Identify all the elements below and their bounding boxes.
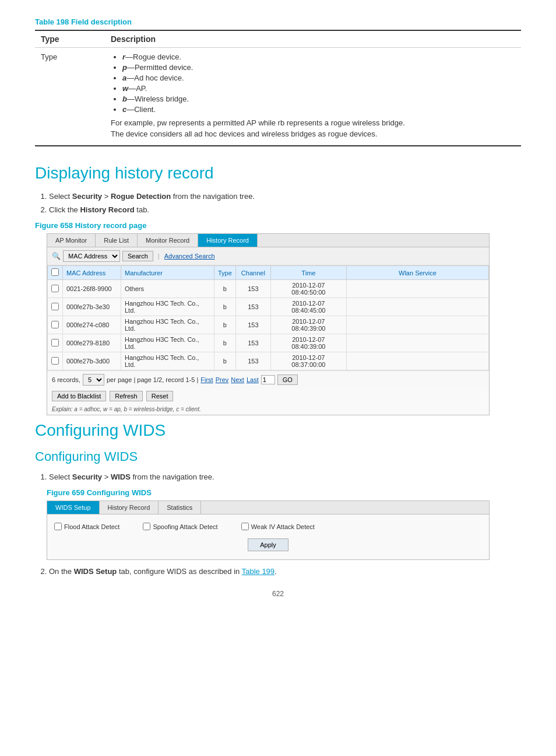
row-checkbox[interactable]: [48, 352, 63, 370]
nav-prev[interactable]: Prev: [216, 376, 229, 383]
row-wlan: [346, 334, 488, 352]
step1-security: Security: [72, 192, 102, 201]
wids-step2-list: On the WIDS Setup tab, configure WIDS as…: [35, 567, 521, 576]
row-type: b: [214, 352, 236, 370]
tab-statistics[interactable]: Statistics: [159, 501, 201, 514]
row-time: 2010-12-07 08:40:45:00: [270, 298, 346, 316]
weak-iv-attack-detect-checkbox[interactable]: [241, 523, 249, 530]
nav-first[interactable]: First: [200, 376, 213, 383]
pagination-bar: 6 records, 5 per page | page 1/2, record…: [47, 370, 489, 388]
wids-step1-wids: WIDS: [111, 473, 131, 481]
table-199-link[interactable]: Table 199: [242, 567, 275, 576]
row-checkbox[interactable]: [48, 298, 63, 316]
wids-checkboxes: Flood Attack Detect Spoofing Attack Dete…: [54, 523, 482, 530]
flood-attack-detect-checkbox[interactable]: [54, 523, 62, 530]
history-step-2: Click the History Record tab.: [49, 205, 521, 214]
table-row: 0021-26f8-9900 Others b 153 2010-12-07 0…: [48, 280, 489, 298]
tab-history-record[interactable]: History Record: [100, 501, 159, 514]
row-wlan: [346, 298, 488, 316]
row-manufacturer: Others: [121, 280, 214, 298]
table-row: Type r—Rogue device. p—Permitted device.…: [35, 48, 521, 146]
spoofing-attack-detect-label[interactable]: Spoofing Attack Detect: [143, 523, 217, 530]
bullet-w: w: [122, 84, 128, 93]
tab-wids-setup[interactable]: WIDS Setup: [47, 501, 100, 514]
page-input[interactable]: [261, 375, 275, 384]
col-time: Time: [270, 266, 346, 280]
row-checkbox[interactable]: [48, 280, 63, 298]
per-page-select[interactable]: 5: [83, 374, 104, 386]
history-data-table: MAC Address Manufacturer Type Channel Ti…: [47, 265, 489, 370]
search-select[interactable]: MAC Address: [63, 250, 120, 262]
wids-config-panel: WIDS Setup History Record Statistics Flo…: [47, 501, 490, 560]
tab-history-record[interactable]: History Record: [198, 234, 258, 247]
history-tabs: AP Monitor Rule List Monitor Record Hist…: [47, 234, 489, 247]
wids-apply-row: Apply: [54, 538, 482, 551]
row-manufacturer: Hangzhou H3C Tech. Co., Ltd.: [121, 298, 214, 316]
tab-rule-list[interactable]: Rule List: [96, 234, 138, 247]
row-manufacturer: Hangzhou H3C Tech. Co., Ltd.: [121, 316, 214, 334]
select-all-checkbox[interactable]: [51, 268, 59, 276]
row-channel: 153: [235, 316, 270, 334]
row-channel: 153: [235, 280, 270, 298]
row-time: 2010-12-07 08:40:39:00: [270, 316, 346, 334]
row-type: b: [214, 334, 236, 352]
section-heading-configuring-wids: Configuring WIDS: [35, 421, 521, 440]
add-to-blacklist-button[interactable]: Add to Blacklist: [52, 391, 106, 401]
col-manufacturer: Manufacturer: [121, 266, 214, 280]
page-info: per page | page 1/2, record 1-5 |: [107, 376, 198, 383]
wids-tabs: WIDS Setup History Record Statistics: [47, 501, 489, 514]
bullet-p: p: [122, 63, 127, 72]
flood-attack-detect-label[interactable]: Flood Attack Detect: [54, 523, 119, 530]
section-heading-history: Displaying history record: [35, 164, 521, 183]
flood-attack-detect-text: Flood Attack Detect: [64, 523, 119, 530]
advanced-search-link[interactable]: Advanced Search: [164, 253, 215, 260]
row-mac: 0021-26f8-9900: [63, 280, 121, 298]
go-button[interactable]: GO: [277, 374, 298, 385]
row-channel: 153: [235, 352, 270, 370]
row-manufacturer: Hangzhou H3C Tech. Co., Ltd.: [121, 352, 214, 370]
section-subheading-configuring-wids: Configuring WIDS: [35, 449, 521, 464]
nav-next[interactable]: Next: [231, 376, 244, 383]
row-time: 2010-12-07 08:40:39:00: [270, 334, 346, 352]
row-type: b: [214, 316, 236, 334]
tab-monitor-record[interactable]: Monitor Record: [138, 234, 198, 247]
weak-iv-attack-detect-text: Weak IV Attack Detect: [251, 523, 315, 530]
row-checkbox[interactable]: [48, 316, 63, 334]
spoofing-attack-detect-checkbox[interactable]: [143, 523, 150, 530]
row-mac: 000fe27b-3d00: [63, 352, 121, 370]
tab-ap-monitor[interactable]: AP Monitor: [47, 234, 96, 247]
wids-step-2: On the WIDS Setup tab, configure WIDS as…: [49, 567, 521, 576]
search-toolbar: 🔍 MAC Address Search | Advanced Search: [47, 247, 489, 265]
row-checkbox[interactable]: [48, 334, 63, 352]
wids-step1-security: Security: [72, 473, 102, 481]
refresh-button[interactable]: Refresh: [110, 391, 143, 401]
row-time: 2010-12-07 08:40:50:00: [270, 280, 346, 298]
wids-setup-bold: WIDS Setup: [74, 567, 117, 576]
row-wlan: [346, 316, 488, 334]
history-record-panel: AP Monitor Rule List Monitor Record Hist…: [47, 233, 490, 415]
reset-button[interactable]: Reset: [146, 391, 174, 401]
row-mac: 000fe274-c080: [63, 316, 121, 334]
nav-last[interactable]: Last: [247, 376, 259, 383]
history-steps: Select Security > Rogue Detection from t…: [35, 192, 521, 214]
wids-step-1: Select Security > WIDS from the navigati…: [49, 473, 521, 481]
row-type: b: [214, 280, 236, 298]
history-step-1: Select Security > Rogue Detection from t…: [49, 192, 521, 201]
apply-button[interactable]: Apply: [248, 538, 288, 551]
spoofing-attack-detect-text: Spoofing Attack Detect: [153, 523, 217, 530]
table-198-title: Table 198 Field description: [35, 18, 521, 26]
table-row: 000fe279-8180 Hangzhou H3C Tech. Co., Lt…: [48, 334, 489, 352]
col-checkbox: [48, 266, 63, 280]
explain-text: Explain: a = adhoc, w = ap, b = wireless…: [47, 404, 489, 415]
row-time: 2010-12-07 08:37:00:00: [270, 352, 346, 370]
note2: The device considers all ad hoc devices …: [111, 130, 515, 138]
row-channel: 153: [235, 298, 270, 316]
figure-659-label: Figure 659 Configuring WIDS: [47, 488, 521, 497]
wids-steps: Select Security > WIDS from the navigati…: [35, 473, 521, 481]
field-table-198: Type Description Type r—Rogue device. p—…: [35, 30, 521, 146]
row-wlan: [346, 352, 488, 370]
col-channel: Channel: [235, 266, 270, 280]
weak-iv-attack-detect-label[interactable]: Weak IV Attack Detect: [241, 523, 315, 530]
search-button[interactable]: Search: [122, 251, 153, 261]
description-cell: r—Rogue device. p—Permitted device. a—Ad…: [105, 48, 521, 146]
